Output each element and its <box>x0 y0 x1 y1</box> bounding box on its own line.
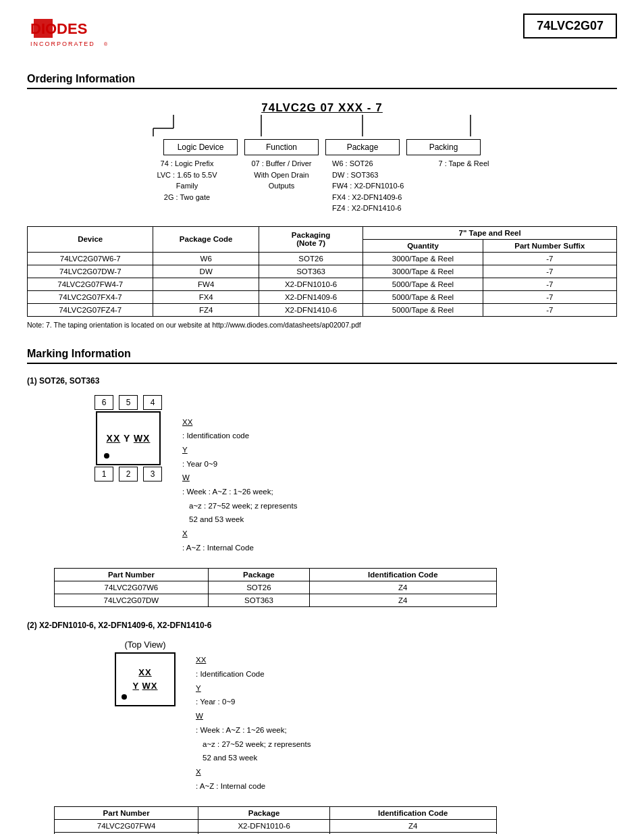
table-row: 74LVC2G07FX4-7 FX4 X2-DFN1409-6 5000/Tap… <box>28 290 617 303</box>
sot-marking-text: XX Y WX <box>107 433 151 444</box>
ordering-section: Ordering Information 74LVC2G 07 XXX - 7 … <box>27 73 617 329</box>
pin-1: 1 <box>95 467 113 481</box>
cell-pkg: X2-DFN1409-6 <box>259 290 363 303</box>
cell-code: FZ4 <box>153 303 259 316</box>
cell-device: 74LVC2G07FX4-7 <box>28 290 153 303</box>
sot-package-diagram: 6 5 4 XX Y WX 1 2 3 <box>95 395 162 481</box>
cell-suffix: -7 <box>483 252 616 265</box>
legend-xx: XX : Identification code <box>182 415 297 443</box>
cell-qty: 5000/Tape & Reel <box>363 303 483 316</box>
dfn-legend: XX : Identification Code Y : Year : 0~9 … <box>196 653 311 793</box>
marking-subtitle-2: (2) X2-DFN1010-6, X2-DFN1409-6, X2-DFN14… <box>27 621 617 630</box>
cell-part: 74LVC2G07DW <box>55 594 209 607</box>
cell-suffix: -7 <box>483 265 616 278</box>
dfn-legend-x: X : A~Z : Internal code <box>196 765 311 793</box>
dfn-legend-xx: XX : Identification Code <box>196 653 311 681</box>
box-packing: Packing <box>406 139 481 155</box>
dfn-legend-w-cont2: 52 and 53 week <box>203 751 311 765</box>
desc-function: 07 : Buffer / DriverWith Open DrainOutpu… <box>238 158 325 214</box>
col-tape-reel: 7" Tape and Reel <box>363 226 617 239</box>
cell-code: DW <box>153 265 259 278</box>
pin-4: 4 <box>143 395 162 410</box>
pin-2: 2 <box>119 467 138 481</box>
ordering-title: Ordering Information <box>27 73 617 89</box>
sot-marking-table: Part Number Package Identification Code … <box>54 568 497 607</box>
sot-pins-top: 6 5 4 <box>95 395 162 410</box>
part-number-header: 74LVC2G07 <box>523 14 617 38</box>
svg-text:®: ® <box>104 42 108 47</box>
sot-ic-body: XX Y WX <box>96 411 161 465</box>
col-suffix: Part Number Suffix <box>483 239 616 252</box>
table-row: 74LVC2G07W6 SOT26 Z4 <box>55 581 497 594</box>
dfn-package-diagram: (Top View) XX Y WX <box>115 640 176 706</box>
sot-pins-bottom: 1 2 3 <box>95 467 162 481</box>
dfn-marking-row: (Top View) XX Y WX XX : Identification C… <box>27 640 617 793</box>
part-code: 74LVC2G 07 XXX - 7 <box>261 101 382 115</box>
cell-qty: 3000/Tape & Reel <box>363 265 483 278</box>
cell-pkg: SOT363 <box>259 265 363 278</box>
col-package-code: Package Code <box>153 226 259 252</box>
cell-id: Z4 <box>310 594 496 607</box>
cell-pkg: X2-DFN1010-6 <box>259 278 363 290</box>
diagram-connectors <box>92 115 552 136</box>
dfn-marking-line2: Y WX <box>132 679 157 694</box>
dfn-legend-w-cont: a~z : 27~52 week; z represents <box>203 737 311 752</box>
top-view-label: (Top View) <box>124 640 165 650</box>
pin-3: 3 <box>143 467 162 481</box>
marking-subtitle-1: (1) SOT26, SOT363 <box>27 376 617 386</box>
cell-suffix: -7 <box>483 290 616 303</box>
sot-col-id: Identification Code <box>310 569 496 581</box>
cell-code: FX4 <box>153 290 259 303</box>
company-logo: DIODES INCORPORATED ® <box>27 14 122 53</box>
legend-w-cont2: 52 and 53 week <box>189 513 297 527</box>
box-function: Function <box>244 139 319 155</box>
desc-logic-device: 74 : Logic PrefixLVC : 1.65 to 5.5VFamil… <box>143 158 231 214</box>
cell-code: FW4 <box>153 278 259 290</box>
ordering-diagram: 74LVC2G 07 XXX - 7 Logic Device Function… <box>27 101 617 214</box>
cell-device: 74LVC2G07DW-7 <box>28 265 153 278</box>
svg-text:INCORPORATED: INCORPORATED <box>30 41 95 47</box>
cell-device: 74LVC2G07FZ4-7 <box>28 303 153 316</box>
table-row: 74LVC2G07DW SOT363 Z4 <box>55 594 497 607</box>
dfn-ic-body: XX Y WX <box>115 652 176 706</box>
col-quantity: Quantity <box>363 239 483 252</box>
dfn-dot <box>122 694 127 700</box>
cell-device: 74LVC2G07W6-7 <box>28 252 153 265</box>
cell-pkg: SOT26 <box>208 581 309 594</box>
diagram-descriptions: 74 : Logic PrefixLVC : 1.65 to 5.5VFamil… <box>27 158 617 214</box>
desc-packing: 7 : Tape & Reel <box>427 158 501 214</box>
svg-text:DIODES: DIODES <box>30 20 87 37</box>
table-row: 74LVC2G07DW-7 DW SOT363 3000/Tape & Reel… <box>28 265 617 278</box>
cell-suffix: -7 <box>483 278 616 290</box>
desc-package: W6 : SOT26DW : SOT363FW4 : X2-DFN1010-6F… <box>332 158 420 214</box>
sot-col-part: Part Number <box>55 569 209 581</box>
table-row: 74LVC2G07W6-7 W6 SOT26 3000/Tape & Reel … <box>28 252 617 265</box>
dfn-legend-y: Y : Year : 0~9 <box>196 681 311 709</box>
marking-title: Marking Information <box>27 348 617 364</box>
table-row: 74LVC2G07FZ4-7 FZ4 X2-DFN1410-6 5000/Tap… <box>28 303 617 316</box>
table-row: 74LVC2G07FW4 X2-DFN1010-6 Z4 <box>55 820 497 833</box>
dfn-col-part: Part Number <box>55 807 198 820</box>
cell-pkg: X2-DFN1010-6 <box>198 820 330 833</box>
table-row: 74LVC2G07FW4-7 FW4 X2-DFN1010-6 5000/Tap… <box>28 278 617 290</box>
legend-x: X : A~Z : Internal Code <box>182 527 297 554</box>
diagram-boxes: Logic Device Function Package Packing <box>27 139 617 155</box>
cell-suffix: -7 <box>483 303 616 316</box>
cell-qty: 3000/Tape & Reel <box>363 252 483 265</box>
cell-id: Z4 <box>310 581 496 594</box>
box-package: Package <box>325 139 400 155</box>
cell-qty: 5000/Tape & Reel <box>363 290 483 303</box>
cell-qty: 5000/Tape & Reel <box>363 278 483 290</box>
dfn-marking-line1: XX <box>138 666 151 680</box>
sot-col-pkg: Package <box>208 569 309 581</box>
ordering-note: Note: 7. The taping orientation is locat… <box>27 321 617 329</box>
cell-code: W6 <box>153 252 259 265</box>
cell-pkg: X2-DFN1410-6 <box>259 303 363 316</box>
cell-pkg: SOT26 <box>259 252 363 265</box>
cell-id: Z4 <box>329 820 496 833</box>
box-logic-device: Logic Device <box>163 139 238 155</box>
dfn-marking-table: Part Number Package Identification Code … <box>54 806 497 834</box>
page-header: DIODES INCORPORATED ® 74LVC2G07 <box>27 14 617 53</box>
ic-dot <box>104 453 109 459</box>
pin-5: 5 <box>119 395 138 410</box>
